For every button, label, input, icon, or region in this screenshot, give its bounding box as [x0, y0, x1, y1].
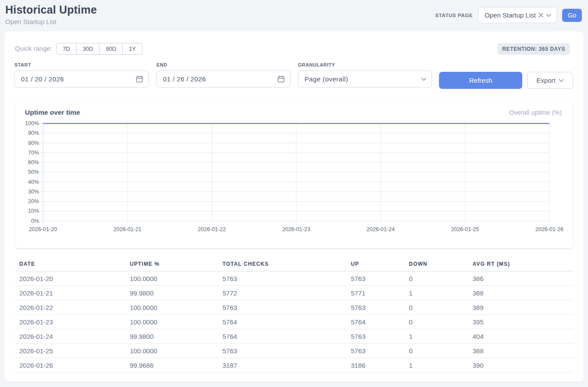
col-header-down: DOWN: [404, 258, 468, 271]
chart-header: Uptime over time Overall uptime (%): [15, 101, 573, 120]
chart-title: Uptime over time: [25, 109, 80, 116]
y-axis-tick-label: 50%: [28, 169, 39, 175]
y-axis-tick-label: 80%: [28, 140, 39, 146]
granularity-select[interactable]: Page (overall): [298, 70, 432, 88]
table-cell: 2026-01-26: [15, 358, 125, 373]
table-cell: 5772: [218, 286, 347, 300]
table-cell: 5763: [347, 300, 404, 315]
table-header-row: DATE UPTIME % TOTAL CHECKS UP DOWN AVG R…: [15, 258, 573, 271]
calendar-icon[interactable]: [277, 75, 285, 83]
quick-range-90d[interactable]: 90D: [99, 43, 123, 55]
table-cell: 390: [468, 358, 573, 373]
status-page-selected-value: Open Startup List: [485, 11, 536, 19]
table-row: 2026-01-20100.0000576357630386: [15, 271, 573, 286]
table-row: 2026-01-2199.9800577257711388: [15, 286, 573, 300]
table-cell: 5763: [218, 271, 347, 286]
table-cell: 5763: [347, 329, 404, 344]
table-cell: 100.0000: [125, 315, 218, 329]
table-row: 2026-01-2499.9800576457631404: [15, 329, 573, 344]
table-cell: 395: [468, 315, 573, 329]
col-header-up: UP: [347, 258, 404, 271]
table-cell: 3187: [218, 358, 347, 373]
table-cell: 2026-01-22: [15, 300, 125, 315]
table-cell: 388: [468, 286, 573, 300]
table-cell: 5763: [347, 344, 404, 358]
status-page-label: STATUS PAGE: [435, 13, 473, 18]
clear-icon[interactable]: [538, 13, 543, 18]
chart-legend: Overall uptime (%): [509, 109, 562, 116]
x-axis-tick-label: 2026-01-21: [113, 226, 142, 232]
table-row: 2026-01-22100.0000576357630389: [15, 300, 573, 315]
y-axis-tick-label: 70%: [28, 150, 39, 156]
table-row: 2026-01-23100.0000576457640395: [15, 315, 573, 329]
x-axis-tick-label: 2026-01-23: [282, 226, 310, 232]
export-button-label: Export: [536, 77, 555, 84]
table-cell: 404: [468, 329, 573, 344]
table-cell: 386: [468, 271, 573, 286]
table-cell: 2026-01-21: [15, 286, 125, 300]
table-cell: 2026-01-24: [15, 329, 125, 344]
calendar-icon[interactable]: [136, 75, 143, 83]
go-button[interactable]: Go: [562, 9, 582, 22]
col-header-total-checks: TOTAL CHECKS: [218, 258, 347, 271]
export-button[interactable]: Export: [527, 72, 573, 89]
col-header-avg-rt: AVG RT (MS): [468, 258, 573, 271]
granularity-label: GRANULARITY: [298, 62, 432, 67]
table-cell: 2026-01-23: [15, 315, 125, 329]
x-axis-tick-label: 2026-01-20: [29, 226, 57, 232]
table-cell: 99.9800: [125, 329, 218, 344]
start-date-input[interactable]: 01 / 20 / 2026: [14, 70, 149, 88]
table-cell: 99.9800: [125, 286, 218, 300]
y-axis-tick-label: 100%: [25, 120, 39, 127]
table-cell: 5764: [347, 315, 404, 329]
page-title: Historical Uptime: [5, 4, 97, 16]
y-axis-tick-label: 0%: [31, 218, 39, 224]
table-cell: 100.0000: [125, 300, 218, 315]
table-cell: 5763: [347, 271, 404, 286]
table-row: 2026-01-2699.9686318731861390: [15, 358, 573, 373]
header-actions: STATUS PAGE Open Startup List Go: [435, 7, 582, 23]
col-header-uptime: UPTIME %: [125, 258, 218, 271]
refresh-button[interactable]: Refresh: [439, 72, 522, 89]
uptime-chart-card: Uptime over time Overall uptime (%) 0%10…: [15, 101, 573, 248]
table-cell: 388: [468, 344, 573, 358]
quick-range-1y[interactable]: 1Y: [123, 43, 142, 55]
table-row: 2026-01-25100.0000576357630388: [15, 344, 573, 358]
col-header-date: DATE: [15, 258, 125, 271]
start-date-value: 01 / 20 / 2026: [21, 75, 64, 83]
table-cell: 0: [404, 271, 468, 286]
granularity-field: GRANULARITY Page (overall): [298, 62, 432, 88]
table-cell: 389: [468, 300, 573, 315]
x-axis-tick-label: 2026-01-26: [535, 226, 563, 232]
uptime-table: DATE UPTIME % TOTAL CHECKS UP DOWN AVG R…: [15, 258, 573, 373]
table-cell: 100.0000: [125, 271, 218, 286]
retention-badge: RETENTION: 365 DAYS: [498, 43, 570, 55]
table-cell: 2026-01-20: [15, 271, 125, 286]
uptime-line-chart-svg: 0%10%20%30%40%50%60%70%80%90%100%2026-01…: [25, 120, 563, 233]
table-cell: 3186: [347, 358, 404, 373]
quick-range-7d[interactable]: 7D: [56, 43, 77, 55]
table-cell: 2026-01-25: [15, 344, 125, 358]
end-date-field: END 01 / 26 / 2026: [156, 62, 290, 88]
y-axis-tick-label: 40%: [28, 179, 39, 185]
granularity-selected-value: Page (overall): [305, 75, 348, 83]
table-cell: 5764: [218, 315, 347, 329]
x-axis-tick-label: 2026-01-22: [198, 226, 226, 232]
table-cell: 5764: [218, 329, 347, 344]
table-cell: 0: [404, 344, 468, 358]
table-cell: 5771: [347, 286, 404, 300]
chevron-down-icon: [421, 77, 426, 81]
y-axis-tick-label: 30%: [28, 189, 39, 195]
x-axis-tick-label: 2026-01-25: [451, 226, 479, 232]
status-page-select[interactable]: Open Startup List: [478, 7, 557, 23]
table-cell: 1: [404, 286, 468, 300]
table-cell: 5763: [218, 300, 347, 315]
y-axis-tick-label: 20%: [28, 198, 39, 204]
x-axis-tick-label: 2026-01-24: [367, 226, 395, 232]
quick-range-30d[interactable]: 30D: [77, 43, 100, 55]
table-cell: 100.0000: [125, 344, 218, 358]
quick-range-label: Quick range:: [15, 45, 52, 52]
end-date-input[interactable]: 01 / 26 / 2026: [156, 70, 290, 88]
main-panel: Quick range: 7D 30D 90D 1Y RETENTION: 36…: [4, 32, 584, 382]
table-cell: 1: [404, 329, 468, 344]
